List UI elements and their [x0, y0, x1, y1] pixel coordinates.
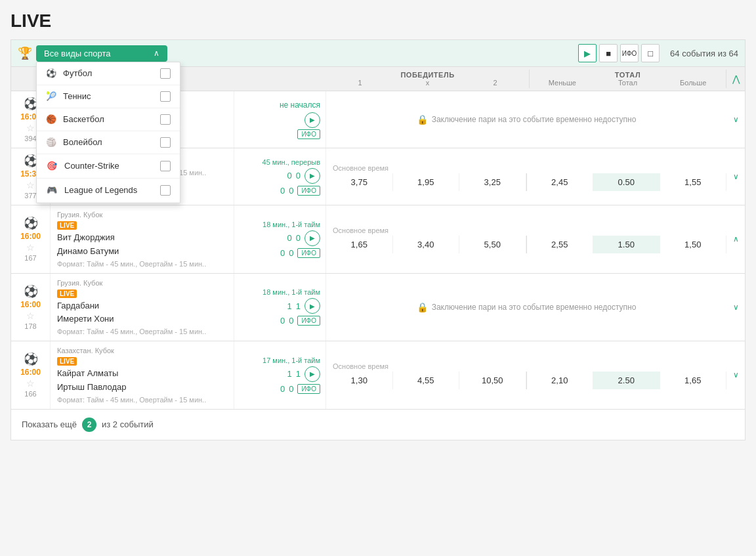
- ifo-btn-3[interactable]: ИФО: [297, 248, 320, 258]
- collapse-all-icon[interactable]: ⋀: [732, 74, 740, 84]
- event-star-1[interactable]: ☆: [26, 123, 35, 133]
- odd-2-5[interactable]: 10,50: [459, 372, 526, 389]
- event-team1-5: Кайрат Алматы: [57, 367, 227, 381]
- odd-1-3[interactable]: 1,65: [326, 236, 393, 253]
- event-count: 64 события из 64: [670, 49, 738, 58]
- ifo-btn-4[interactable]: ИФО: [297, 316, 320, 326]
- odd-more-2[interactable]: 1,55: [660, 173, 727, 191]
- show-more-label: Показать ещё: [22, 419, 77, 429]
- view-btn-empty[interactable]: □: [641, 44, 660, 62]
- ifo-btn-2[interactable]: ИФО: [297, 186, 320, 196]
- event-row: ⚽ 16:00 ☆ 166 Казахстан. Кубок LIVE Кайр…: [10, 341, 746, 410]
- event-status-1: не начался: [280, 100, 320, 110]
- odd-total-2[interactable]: 0.50: [593, 173, 660, 191]
- score-t1b-3: 0: [296, 233, 301, 243]
- event-odds-2: Основное время 3,75 1,95 3,25 2,45 0.50 …: [326, 148, 726, 205]
- odd-2-3[interactable]: 5,50: [459, 236, 526, 253]
- lock-text-4: Заключение пари на это событие временно …: [432, 303, 637, 312]
- event-status-3: 18 мин., 1-й тайм: [262, 221, 320, 228]
- play-btn-3[interactable]: ▶: [304, 230, 320, 246]
- score-t2-3: 0: [280, 248, 285, 258]
- tennis-icon: 🎾: [46, 91, 56, 101]
- dropdown-label-lol: League of Legends: [64, 185, 137, 195]
- expand-btn-1[interactable]: ∨: [726, 91, 745, 148]
- odd-less-2[interactable]: 2,45: [527, 173, 594, 191]
- odd-1-2[interactable]: 3,75: [326, 173, 393, 191]
- event-sport-icon-4: ⚽: [24, 284, 38, 299]
- ifo-btn-1[interactable]: ИФО: [297, 129, 320, 139]
- view-btn-square[interactable]: ■: [599, 44, 618, 62]
- event-info-5: Казахстан. Кубок LIVE Кайрат Алматы Ирты…: [51, 341, 234, 409]
- score-t1a-4: 1: [287, 301, 292, 311]
- odd-x-3[interactable]: 3,40: [393, 236, 460, 253]
- page-title: LIVE: [10, 11, 746, 32]
- checkbox-basketball[interactable]: [160, 114, 171, 125]
- event-star-5[interactable]: ☆: [26, 378, 35, 389]
- event-count-3: 167: [24, 254, 36, 262]
- score-t2b-4: 0: [289, 316, 293, 326]
- checkbox-volleyball[interactable]: [160, 137, 171, 148]
- event-count-2: 377: [24, 192, 36, 200]
- play-btn-5[interactable]: ▶: [304, 366, 320, 382]
- event-format-4: Формат: Тайм - 45 мин., Овертайм - 15 ми…: [57, 328, 227, 335]
- event-star-4[interactable]: ☆: [26, 310, 35, 321]
- expand-btn-4[interactable]: ∨: [726, 274, 745, 341]
- event-count-1: 394: [24, 135, 36, 142]
- lock-text-1: Заключение пари на это событие временно …: [432, 115, 637, 124]
- odd-2-2[interactable]: 3,25: [459, 173, 526, 191]
- checkbox-lol[interactable]: [160, 185, 171, 196]
- show-more-bar: Показать ещё 2 из 2 событий: [10, 410, 746, 440]
- event-star-2[interactable]: ☆: [26, 180, 35, 190]
- event-star-3[interactable]: ☆: [26, 242, 35, 253]
- event-league-3: Грузия. Кубок: [57, 211, 227, 219]
- checkbox-football[interactable]: [160, 68, 171, 79]
- event-team2-5: Иртыш Павлодар: [57, 381, 227, 395]
- play-btn-4[interactable]: ▶: [304, 298, 320, 314]
- play-btn-2[interactable]: ▶: [304, 168, 320, 184]
- event-time-5: 16:00: [20, 368, 41, 377]
- expand-btn-5[interactable]: ∨: [726, 341, 745, 409]
- live-badge-5: LIVE: [57, 357, 77, 366]
- dropdown-item-volleyball[interactable]: 🏐 Волейбол: [37, 131, 180, 154]
- event-sport-icon-3: ⚽: [24, 216, 38, 230]
- dropdown-item-cs[interactable]: 🎯 Counter-Strike: [37, 154, 180, 179]
- event-row: ⚽ 16:00 ☆ 167 Грузия. Кубок LIVE Вит Джо…: [10, 205, 746, 274]
- odds-section-label-2: Основное время: [326, 163, 388, 173]
- cs-icon: 🎯: [46, 160, 58, 172]
- odd-total-3[interactable]: 1.50: [593, 236, 660, 253]
- dropdown-item-tennis[interactable]: 🎾 Теннис: [37, 85, 180, 108]
- sport-dropdown-container: Все виды спорта ∧ ⚽ Футбол 🎾: [36, 45, 167, 62]
- dropdown-item-lol[interactable]: 🎮 League of Legends: [37, 179, 180, 203]
- basketball-icon: 🏀: [46, 114, 56, 124]
- odd-more-3[interactable]: 1,50: [660, 236, 727, 253]
- odd-1-5[interactable]: 1,30: [326, 372, 393, 389]
- odd-less-3[interactable]: 2,55: [527, 236, 594, 253]
- score-t2a-4: 0: [280, 316, 285, 326]
- odd-total-5[interactable]: 2.50: [593, 372, 660, 389]
- odd-x-2[interactable]: 1,95: [393, 173, 460, 191]
- expand-btn-3[interactable]: ∧: [726, 205, 745, 273]
- col-less: Меньше: [530, 79, 595, 87]
- odd-more-5[interactable]: 1,65: [660, 372, 727, 389]
- checkbox-cs[interactable]: [160, 161, 171, 171]
- col-2: 2: [461, 79, 529, 87]
- odd-less-5[interactable]: 2,10: [527, 372, 594, 389]
- show-more-badge[interactable]: 2: [82, 417, 96, 432]
- expand-btn-2[interactable]: ∨: [726, 148, 745, 205]
- dropdown-label-basketball: Баскетбол: [63, 114, 104, 124]
- odd-x-5[interactable]: 4,55: [393, 372, 460, 389]
- score-t1b-5: 1: [296, 369, 301, 379]
- view-btn-ifo[interactable]: ИФО: [620, 44, 639, 62]
- toolbar: 🏆 Все виды спорта ∧ ⚽ Футбол: [10, 39, 746, 67]
- score-t2b-5: 0: [289, 384, 293, 394]
- ifo-btn-5[interactable]: ИФО: [297, 384, 320, 394]
- sport-selector[interactable]: Все виды спорта ∧: [36, 45, 167, 62]
- col-total: Тотал: [595, 79, 661, 87]
- view-btn-play[interactable]: ▶: [578, 44, 597, 62]
- event-odds-5: Основное время 1,30 4,55 10,50 2,10 2.50…: [326, 341, 726, 409]
- dropdown-item-basketball[interactable]: 🏀 Баскетбол: [37, 108, 180, 131]
- dropdown-item-football[interactable]: ⚽ Футбол: [37, 62, 180, 85]
- checkbox-tennis[interactable]: [160, 91, 171, 102]
- score-t1b-2: 0: [296, 171, 301, 181]
- play-btn-1[interactable]: ▶: [304, 112, 320, 128]
